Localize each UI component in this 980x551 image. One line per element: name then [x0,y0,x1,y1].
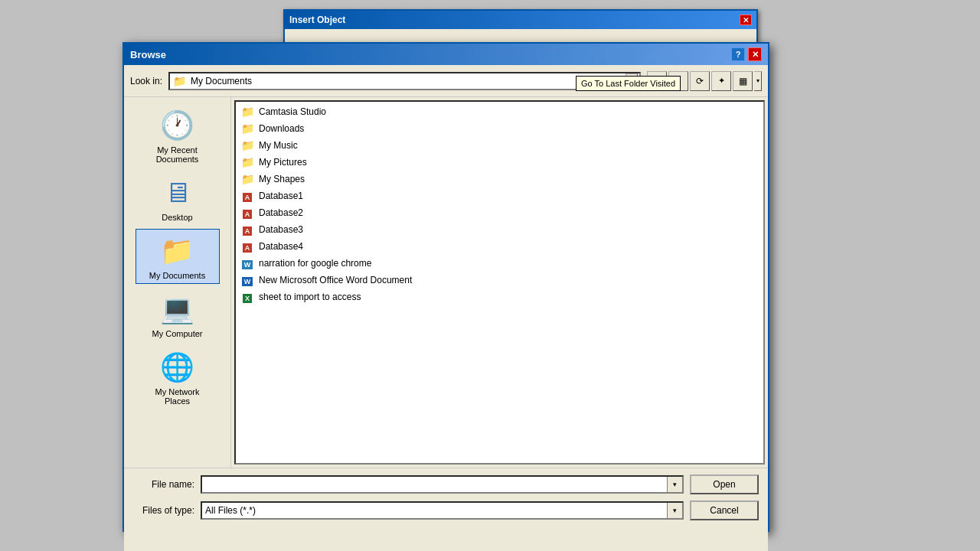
look-in-label: Look in: [130,76,162,86]
sidebar-item-network[interactable]: 🌐 My NetworkPlaces [136,345,220,409]
filetype-row: Files of type: ▾ Cancel [133,500,759,520]
list-item[interactable]: 📁 My Shapes [237,171,762,187]
look-in-dropdown-arrow[interactable]: ▾ [626,73,638,89]
file-type-icon: A [240,223,254,236]
file-name-text: narration for google chrome [259,258,371,269]
browse-toolbar: Look in: 📁 My Documents ▾ ↩ ↑ ⟳ ✦ ▦ ▾ [124,65,768,97]
computer-icon: 💻 [159,291,196,328]
new-folder-button[interactable]: ✦ [711,71,731,91]
action-buttons: Open [690,474,759,494]
file-name-combo[interactable]: ▾ [201,475,684,494]
last-folder-button[interactable]: ⟳ [690,71,710,91]
file-name-dropdown-btn[interactable]: ▾ [667,477,682,492]
help-button[interactable]: ? [731,47,745,61]
file-name-text: Downloads [259,123,304,134]
file-type-icon: X [240,291,254,303]
up-folder-button[interactable]: ↑ [668,71,688,91]
sidebar-item-mydocs[interactable]: 📁 My Documents [136,229,220,284]
sidebar: 🕐 My RecentDocuments 🖥 Desktop 📁 My Docu… [124,97,231,468]
file-name-text: New Microsoft Office Word Document [259,275,412,285]
insert-object-close-btn[interactable]: ✕ [740,15,752,25]
up-icon: ↑ [676,76,681,86]
list-item[interactable]: 📁 Camtasia Studio [237,103,762,120]
list-item[interactable]: A Database3 [237,221,762,238]
titlebar-buttons: ? ✕ [731,47,762,61]
file-name-label: File name: [133,479,194,490]
file-type-icon: A [240,240,254,253]
cancel-button-container: Cancel [690,500,759,520]
list-item[interactable]: W narration for google chrome [237,255,762,272]
files-of-type-input[interactable] [202,503,667,518]
file-name-text: My Pictures [259,157,307,168]
file-name-text: My Shapes [259,174,305,184]
file-type-icon: 📁 [240,139,254,152]
open-button[interactable]: Open [690,474,759,494]
files-of-type-dropdown-btn[interactable]: ▾ [667,503,682,518]
file-name-text: Database2 [259,207,303,218]
close-button[interactable]: ✕ [748,47,762,61]
list-item[interactable]: X sheet to import to access [237,289,762,305]
file-type-icon: W [240,274,254,286]
browse-titlebar: Browse ? ✕ [124,44,768,65]
browse-dialog: Browse ? ✕ Look in: 📁 My Documents ▾ ↩ ↑… [122,42,769,532]
mydocs-icon: 📁 [159,233,196,269]
file-name-text: Database3 [259,224,303,235]
sidebar-item-recent[interactable]: 🕐 My RecentDocuments [136,103,220,168]
file-list[interactable]: 📁 Camtasia Studio 📁 Downloads 📁 My Music… [234,100,765,465]
sidebar-label-mycomputer: My Computer [152,329,202,338]
sidebar-label-network: My NetworkPlaces [155,387,199,406]
file-type-icon: A [240,207,254,219]
insert-object-titlebar: Insert Object ✕ [285,11,756,29]
sidebar-label-recent: My RecentDocuments [156,145,199,164]
file-name-text: sheet to import to access [259,292,361,302]
back-icon: ↩ [653,76,661,86]
sidebar-label-desktop: Desktop [162,213,192,222]
file-type-icon: 📁 [240,156,254,168]
list-item[interactable]: 📁 Downloads [237,120,762,137]
browse-content: 🕐 My RecentDocuments 🖥 Desktop 📁 My Docu… [124,97,768,468]
network-icon: 🌐 [159,349,196,386]
file-type-icon: A [240,190,254,202]
file-type-icon: 📁 [240,122,254,135]
list-item[interactable]: A Database2 [237,204,762,221]
last-folder-icon: ⟳ [696,76,704,86]
new-folder-icon: ✦ [718,76,725,86]
list-item[interactable]: A Database1 [237,187,762,204]
file-name-text: Database1 [259,191,303,201]
look-in-combo[interactable]: 📁 My Documents ▾ [168,72,641,90]
filename-row: File name: ▾ Open [133,474,759,494]
sidebar-label-mydocs: My Documents [149,271,205,280]
browse-bottom: File name: ▾ Open Files of type: ▾ Cance… [124,468,768,551]
file-name-text: Camtasia Studio [259,106,326,117]
current-folder-text: My Documents [191,76,252,86]
sidebar-item-mycomputer[interactable]: 💻 My Computer [136,287,220,342]
list-item[interactable]: 📁 My Music [237,137,762,154]
list-item[interactable]: A Database4 [237,238,762,255]
desktop-icon: 🖥 [159,174,196,211]
views-arrow-icon: ▾ [756,77,760,84]
cancel-button[interactable]: Cancel [690,500,759,520]
recent-icon: 🕐 [159,107,196,144]
file-name-text: My Music [259,140,298,151]
file-name-input[interactable] [202,477,667,492]
folder-icon: 📁 [173,75,186,87]
views-button[interactable]: ▦ [733,71,753,91]
files-of-type-label: Files of type: [133,505,194,516]
views-dropdown-button[interactable]: ▾ [754,71,762,91]
list-item[interactable]: W New Microsoft Office Word Document [237,272,762,289]
toolbar-buttons: ↩ ↑ ⟳ ✦ ▦ ▾ [647,71,762,91]
views-icon: ▦ [739,76,747,86]
browse-title: Browse [130,49,166,60]
back-button[interactable]: ↩ [647,71,667,91]
list-item[interactable]: 📁 My Pictures [237,154,762,171]
file-type-icon: 📁 [240,106,254,118]
files-of-type-combo[interactable]: ▾ [201,501,684,520]
sidebar-item-desktop[interactable]: 🖥 Desktop [136,171,220,226]
file-name-text: Database4 [259,241,303,252]
file-type-icon: 📁 [240,173,254,185]
insert-object-title: Insert Object [289,15,345,25]
file-type-icon: W [240,257,254,269]
